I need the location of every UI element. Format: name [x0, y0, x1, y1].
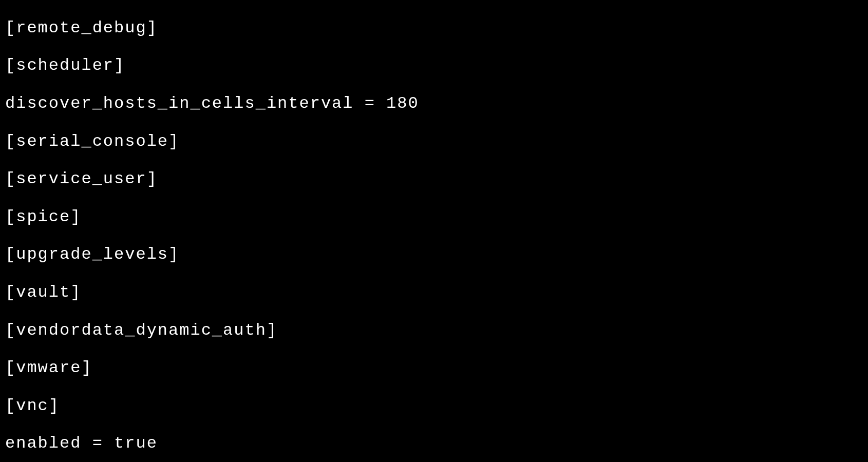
config-line: [upgrade_levels] — [5, 245, 868, 264]
config-line: enabled = true — [5, 434, 868, 453]
terminal-output[interactable]: [remote_debug] [scheduler] discover_host… — [5, 0, 868, 462]
config-line: [vault] — [5, 283, 868, 302]
config-line: [vendordata_dynamic_auth] — [5, 321, 868, 340]
config-line: [spice] — [5, 208, 868, 227]
config-line: [service_user] — [5, 170, 868, 189]
config-line: [serial_console] — [5, 132, 868, 151]
config-line: [vmware] — [5, 359, 868, 378]
config-line: [vnc] — [5, 397, 868, 416]
config-line: discover_hosts_in_cells_interval = 180 — [5, 94, 868, 113]
config-line: [remote_debug] — [5, 19, 868, 38]
config-line: [scheduler] — [5, 56, 868, 75]
